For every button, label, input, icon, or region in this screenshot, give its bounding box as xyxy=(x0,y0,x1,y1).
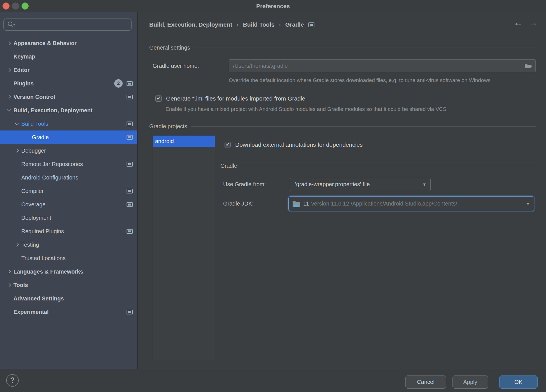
gradle-projects-section-header: Gradle projects xyxy=(149,122,536,130)
gradle-user-home-placeholder: /Users/thomas/.gradle xyxy=(233,63,524,69)
chevron-right-icon[interactable] xyxy=(6,40,12,46)
gradle-subsection-header: Gradle xyxy=(220,162,536,170)
sidebar-item-remote-jar-repositories[interactable]: Remote Jar Repositories xyxy=(0,157,137,171)
chevron-right-icon[interactable] xyxy=(13,147,20,154)
sidebar-item-label: Gradle xyxy=(32,134,49,141)
chevron-right-icon xyxy=(13,188,20,194)
sidebar-item-coverage[interactable]: Coverage xyxy=(0,198,137,211)
chevron-down-icon[interactable] xyxy=(13,120,20,127)
sidebar-item-testing[interactable]: Testing xyxy=(0,238,137,251)
breadcrumb-build-tools[interactable]: Build Tools xyxy=(243,21,275,28)
open-folder-icon[interactable] xyxy=(524,63,532,69)
use-gradle-from-label: Use Gradle from: xyxy=(223,178,266,191)
cancel-button[interactable]: Cancel xyxy=(405,375,446,389)
forward-arrow-icon: → xyxy=(529,18,538,28)
sidebar-item-version-control[interactable]: Version Control xyxy=(0,90,137,104)
sidebar-item-required-plugins[interactable]: Required Plugins xyxy=(0,225,137,238)
monitor-icon xyxy=(127,189,133,193)
chevron-right-icon xyxy=(6,80,12,87)
download-annotations-checkbox[interactable]: ✓ xyxy=(225,142,231,148)
monitor-icon xyxy=(127,122,133,126)
sidebar-item-build-tools[interactable]: Build Tools xyxy=(0,117,137,130)
section-divider xyxy=(191,126,536,127)
sidebar-item-label: Remote Jar Repositories xyxy=(21,161,83,167)
sidebar-item-plugins[interactable]: Plugins2 xyxy=(0,77,137,90)
search-icon xyxy=(7,21,16,28)
gradle-jdk-label: Gradle JDK: xyxy=(223,196,254,211)
settings-tree: Appearance & BehaviorKeymapEditorPlugins… xyxy=(0,36,137,319)
monitor-icon xyxy=(308,22,314,27)
sidebar-item-compiler[interactable]: Compiler xyxy=(0,184,137,198)
sidebar-item-android-configurations[interactable]: Android Configurations xyxy=(0,171,137,184)
monitor-icon xyxy=(127,95,133,99)
sidebar-item-appearance-behavior[interactable]: Appearance & Behavior xyxy=(0,36,137,50)
sidebar-item-debugger[interactable]: Debugger xyxy=(0,144,137,157)
help-button[interactable]: ? xyxy=(6,374,19,387)
sidebar-item-label: Testing xyxy=(21,242,39,248)
history-navigation: ← → xyxy=(514,18,538,28)
plugins-update-count-badge: 2 xyxy=(114,79,123,88)
section-divider xyxy=(194,48,536,48)
chevron-right-icon[interactable] xyxy=(13,241,20,248)
sidebar-item-label: Coverage xyxy=(21,201,46,208)
chevron-right-icon xyxy=(13,255,20,262)
chevron-right-icon xyxy=(13,174,20,181)
section-title: Gradle xyxy=(220,163,237,169)
gradle-projects-list: android xyxy=(153,135,215,359)
section-title: General settings xyxy=(149,45,190,51)
chevron-right-icon[interactable] xyxy=(6,282,12,288)
monitor-icon xyxy=(127,310,133,314)
sidebar-item-label: Editor xyxy=(13,67,30,73)
monitor-icon xyxy=(127,81,133,86)
sidebar-item-label: Trusted Locations xyxy=(21,255,66,262)
sidebar-item-advanced-settings[interactable]: Advanced Settings xyxy=(0,292,137,305)
sidebar-item-label: Experimental xyxy=(13,309,49,315)
sidebar-item-keymap[interactable]: Keymap xyxy=(0,50,137,63)
sidebar-item-label: Keymap xyxy=(13,53,35,60)
gradle-user-home-input[interactable]: /Users/thomas/.gradle xyxy=(229,59,536,72)
use-gradle-from-dropdown[interactable]: 'gradle-wrapper.properties' file ▼ xyxy=(290,178,431,191)
chevron-right-icon xyxy=(13,228,20,235)
sidebar-item-gradle[interactable]: Gradle xyxy=(0,130,137,144)
sidebar-item-trusted-locations[interactable]: Trusted Locations xyxy=(0,251,137,265)
chevron-right-icon[interactable] xyxy=(6,94,12,100)
settings-sidebar: Appearance & BehaviorKeymapEditorPlugins… xyxy=(0,12,138,369)
breadcrumb-gradle[interactable]: Gradle xyxy=(285,21,304,28)
sidebar-item-build-execution-deployment[interactable]: Build, Execution, Deployment xyxy=(0,104,137,117)
gradle-jdk-dropdown[interactable]: 11 version 11.0.12 /Applications/Android… xyxy=(288,196,534,211)
chevron-right-icon xyxy=(6,295,12,302)
sidebar-item-label: Build Tools xyxy=(21,121,48,127)
sidebar-item-label: Build, Execution, Deployment xyxy=(13,107,92,114)
sidebar-item-deployment[interactable]: Deployment xyxy=(0,211,137,225)
sidebar-item-label: Advanced Settings xyxy=(13,295,64,302)
sidebar-item-label: Tools xyxy=(13,282,28,288)
generate-iml-checkbox[interactable]: ✓ xyxy=(155,95,162,102)
ok-button[interactable]: OK xyxy=(499,375,538,389)
sidebar-item-languages-frameworks[interactable]: Languages & Frameworks xyxy=(0,265,137,278)
settings-search-input[interactable] xyxy=(3,18,132,31)
section-title: Gradle projects xyxy=(149,123,187,130)
breadcrumb-build-execution-deployment[interactable]: Build, Execution, Deployment xyxy=(149,21,232,28)
chevron-right-icon xyxy=(24,134,31,141)
check-icon: ✓ xyxy=(226,141,230,148)
sidebar-item-label: Android Configurations xyxy=(21,174,78,181)
back-arrow-icon[interactable]: ← xyxy=(514,18,522,28)
chevron-right-icon xyxy=(13,201,20,208)
sidebar-item-label: Deployment xyxy=(21,215,51,221)
sidebar-item-label: Required Plugins xyxy=(21,228,64,235)
chevron-down-icon[interactable] xyxy=(6,107,12,114)
chevron-right-icon xyxy=(6,309,12,315)
gradle-user-home-hint: Override the default location where Grad… xyxy=(229,76,546,84)
sidebar-item-experimental[interactable]: Experimental xyxy=(0,305,137,319)
sidebar-item-tools[interactable]: Tools xyxy=(0,278,137,292)
apply-button[interactable]: Apply xyxy=(452,375,488,389)
generate-iml-checkrow: ✓ Generate *.iml files for modules impor… xyxy=(155,94,305,104)
monitor-icon xyxy=(127,229,133,234)
check-icon: ✓ xyxy=(157,95,161,101)
chevron-right-icon[interactable] xyxy=(6,268,12,275)
chevron-right-icon[interactable] xyxy=(6,67,12,73)
breadcrumb: Build, Execution, Deployment › Build Too… xyxy=(149,19,314,30)
sidebar-item-editor[interactable]: Editor xyxy=(0,63,137,77)
project-list-item-android[interactable]: android xyxy=(153,136,215,147)
download-annotations-checkrow: ✓ Download external annotations for depe… xyxy=(225,140,363,150)
